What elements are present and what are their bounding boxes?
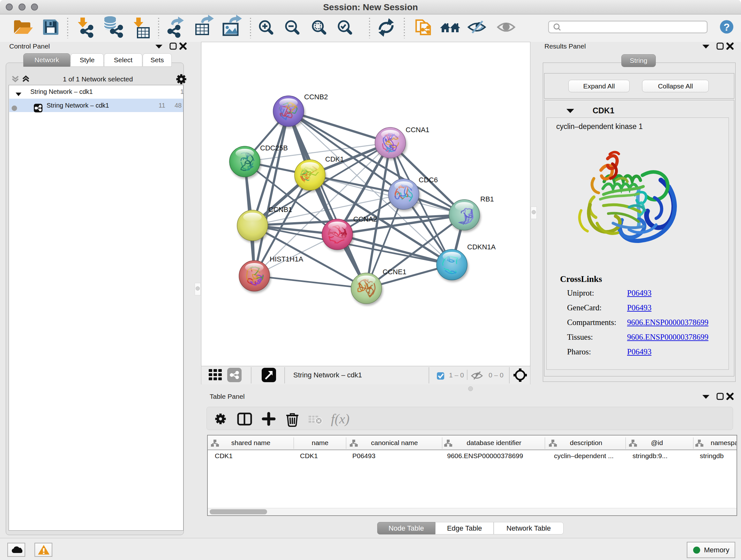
svg-text:CCNB1: CCNB1	[268, 206, 292, 213]
svg-text:CDK1: CDK1	[325, 155, 344, 163]
svg-text:CCNB2: CCNB2	[304, 93, 328, 101]
svg-text:CDC25B: CDC25B	[260, 144, 288, 152]
svg-text:CDKN1A: CDKN1A	[467, 243, 496, 251]
svg-text:HIST1H1A: HIST1H1A	[270, 255, 303, 263]
svg-text:?: ?	[724, 21, 730, 33]
svg-text:CCNE1: CCNE1	[383, 268, 407, 276]
svg-text:CCNA2: CCNA2	[353, 215, 377, 223]
svg-text:CCNA1: CCNA1	[406, 126, 429, 134]
svg-text:CDC6: CDC6	[419, 176, 438, 184]
svg-text:f(x): f(x)	[331, 412, 349, 427]
svg-text:RB1: RB1	[480, 195, 494, 203]
